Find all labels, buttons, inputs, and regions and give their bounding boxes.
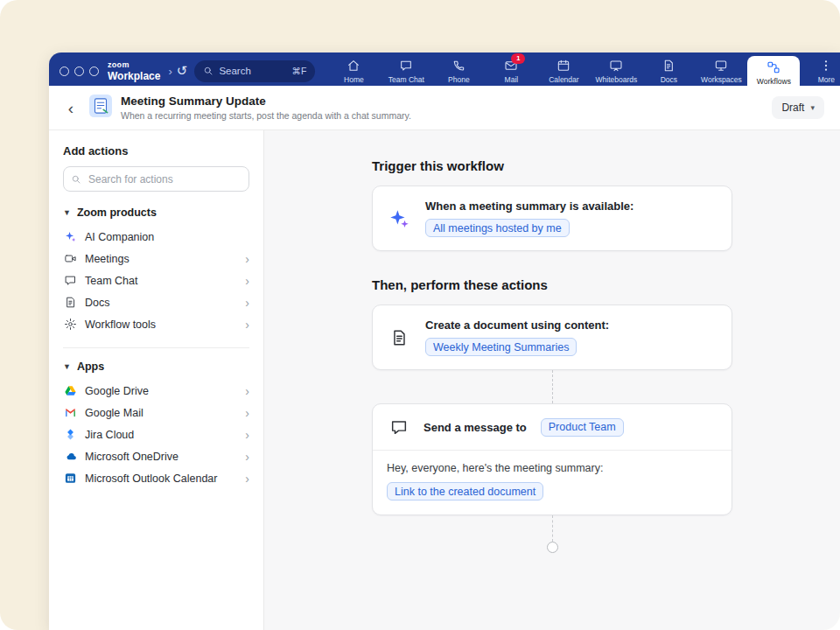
nav-item-whiteboards[interactable]: Whiteboards <box>590 52 642 89</box>
jira-icon <box>63 428 77 441</box>
zoom-workplace-logo: zoom Workplace <box>108 61 160 81</box>
window-controls[interactable] <box>60 66 99 76</box>
chevron-right-icon: › <box>245 385 249 397</box>
search-input[interactable] <box>87 172 242 186</box>
document-link-chip[interactable]: Link to the created document <box>387 482 543 500</box>
nav-label: Phone <box>448 75 470 84</box>
nav-item-calendar[interactable]: Calendar <box>537 52 590 89</box>
sidebar-item-docs[interactable]: Docs › <box>63 291 249 313</box>
nav-tabs: Home Team Chat Phone 1 Mail <box>327 52 840 89</box>
gmail-icon <box>63 406 77 419</box>
chevron-right-icon[interactable]: › <box>168 65 172 78</box>
docs-icon <box>662 59 676 73</box>
nav-label: Whiteboards <box>596 75 638 84</box>
nav-label: Workflows <box>757 77 791 86</box>
sidebar-title: Add actions <box>63 144 249 158</box>
sidebar-item-google-drive[interactable]: Google Drive › <box>63 380 249 402</box>
nav-item-docs[interactable]: Docs <box>642 52 695 89</box>
history-icon[interactable]: ↺ <box>177 63 188 79</box>
gear-icon <box>63 318 77 331</box>
nav-label: Mail <box>505 75 519 84</box>
search-shortcut-hint: ⌘F <box>291 66 306 76</box>
sidebar-item-team-chat[interactable]: Team Chat › <box>63 270 249 291</box>
app-window: zoom Workplace › ↺ Search ⌘F Home Team C… <box>49 52 840 630</box>
nav-item-workspaces[interactable]: Workspaces <box>695 52 747 89</box>
section-header-zoom-products[interactable]: ▼ Zoom products <box>63 206 249 219</box>
search-icon <box>203 66 214 76</box>
body-row: Add actions ▼ Zoom products <box>49 130 840 630</box>
sidebar-item-label: Microsoft OneDrive <box>85 451 178 463</box>
nav-item-team-chat[interactable]: Team Chat <box>380 52 432 89</box>
sidebar-item-label: Workflow tools <box>85 318 156 331</box>
send-message-card[interactable]: Send a message to Product Team Hey, ever… <box>372 403 732 515</box>
status-badge: Draft <box>781 102 804 114</box>
content-sheet: ‹ Meeting Summary Update When a recurrin… <box>49 86 840 630</box>
chat-bubble-icon <box>387 417 411 437</box>
document-content-chip[interactable]: Weekly Meeting Summaries <box>425 338 577 356</box>
sidebar-item-jira-cloud[interactable]: Jira Cloud › <box>63 424 249 445</box>
document-icon <box>63 296 77 309</box>
sidebar-item-microsoft-onedrive[interactable]: Microsoft OneDrive › <box>63 445 249 467</box>
recipient-chip[interactable]: Product Team <box>541 418 624 437</box>
actions-search-box[interactable] <box>63 166 249 192</box>
chevron-right-icon: › <box>245 429 249 441</box>
page-title: Meeting Summary Update <box>121 94 411 108</box>
section-header-apps[interactable]: ▼ Apps <box>63 360 249 373</box>
document-icon <box>387 328 411 347</box>
section-zoom-products: ▼ Zoom products AI Companion Meetings <box>63 206 249 335</box>
sidebar-item-google-mail[interactable]: Google Mail › <box>63 402 249 424</box>
nav-label: Team Chat <box>388 75 424 84</box>
sidebar-item-label: AI Companion <box>85 231 154 243</box>
chevron-down-icon: ▾ <box>810 103 815 112</box>
global-search-button[interactable]: Search ⌘F <box>194 60 315 82</box>
nav-label: Calendar <box>549 75 579 84</box>
nav-item-home[interactable]: Home <box>327 52 380 89</box>
sidebar-item-workflow-tools[interactable]: Workflow tools › <box>63 313 249 335</box>
status-dropdown[interactable]: Draft ▾ <box>772 96 824 119</box>
mail-badge: 1 <box>511 53 525 64</box>
chat-bubble-icon <box>63 274 77 287</box>
sidebar-item-microsoft-outlook-calendar[interactable]: Microsoft Outlook Calendar › <box>63 467 249 489</box>
chevron-right-icon: › <box>245 472 249 485</box>
nav-item-phone[interactable]: Phone <box>432 52 485 89</box>
chevron-down-icon: ▼ <box>63 362 71 371</box>
chevron-right-icon: › <box>245 297 249 309</box>
add-node-button[interactable] <box>547 542 558 553</box>
sidebar-item-label: Meetings <box>85 253 130 265</box>
whiteboard-icon <box>609 59 623 73</box>
chevron-right-icon: › <box>245 275 249 287</box>
connector-dashed-line <box>552 515 553 542</box>
window-minimize-button[interactable] <box>74 66 84 76</box>
google-drive-icon <box>63 384 77 397</box>
nav-label: More <box>818 75 835 84</box>
ai-sparkle-icon <box>387 207 411 230</box>
back-button[interactable]: ‹ <box>61 100 80 116</box>
meeting-summary-icon <box>89 94 112 121</box>
calendar-icon <box>556 59 570 73</box>
chat-icon <box>399 59 413 73</box>
brand-zoom-text: zoom <box>108 61 160 69</box>
nav-item-workflows[interactable]: Workflows <box>747 56 800 89</box>
nav-label: Home <box>344 75 364 84</box>
trigger-scope-chip[interactable]: All meetings hosted by me <box>425 219 570 237</box>
sidebar-item-label: Google Mail <box>85 407 144 419</box>
trigger-heading: Trigger this workflow <box>372 158 732 173</box>
connector-dashed-line <box>552 370 553 403</box>
window-close-button[interactable] <box>60 66 69 76</box>
nav-label: Workspaces <box>701 75 742 84</box>
nav-item-mail[interactable]: 1 Mail <box>485 52 537 89</box>
chevron-right-icon: › <box>245 451 249 463</box>
workflows-icon <box>766 60 780 74</box>
search-placeholder-text: Search <box>219 66 250 76</box>
sidebar-item-label: Google Drive <box>85 385 149 397</box>
sidebar-item-label: Docs <box>85 297 109 309</box>
actions-heading: Then, perform these actions <box>372 277 732 292</box>
workflow-title-block: Meeting Summary Update When a recurring … <box>121 94 411 122</box>
create-document-card[interactable]: Create a document using content: Weekly … <box>372 304 732 370</box>
nav-item-more[interactable]: More <box>800 52 840 89</box>
sidebar-item-meetings[interactable]: Meetings › <box>63 248 249 270</box>
send-message-text: Send a message to <box>424 421 527 434</box>
window-zoom-button[interactable] <box>89 66 99 76</box>
sidebar-item-ai-companion[interactable]: AI Companion <box>63 226 249 248</box>
trigger-card[interactable]: When a meeting summary is available: All… <box>372 186 732 251</box>
